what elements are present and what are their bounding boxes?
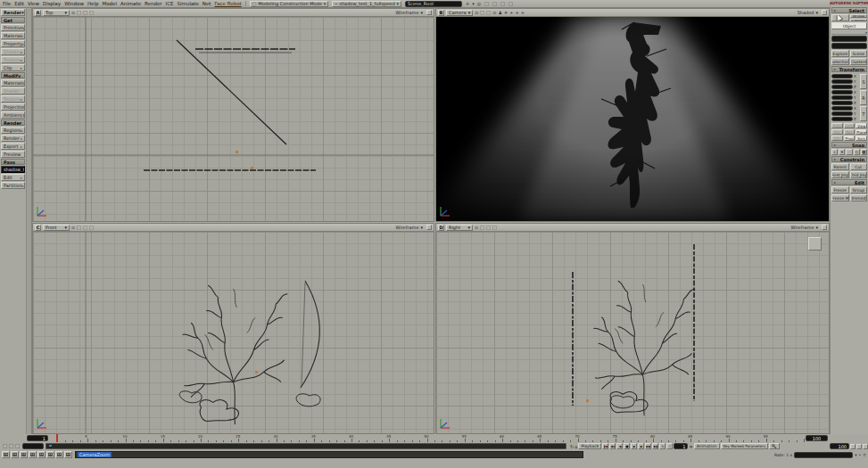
- transform-mode-r-button[interactable]: R: [860, 90, 867, 105]
- viewport-tool-icon[interactable]: [89, 226, 94, 230]
- walk-icon[interactable]: ♟: [499, 10, 502, 15]
- timeline-range-slider[interactable]: [45, 443, 566, 449]
- transform-local-button[interactable]: Local: [844, 123, 856, 128]
- viewport-b-display-dropdown[interactable]: Shaded ▾: [796, 10, 820, 16]
- viewport-tool-icon[interactable]: [492, 226, 497, 230]
- help-icon[interactable]: ◎: [477, 1, 481, 6]
- timeline-playhead[interactable]: [56, 434, 58, 442]
- eye-icon[interactable]: ⊙: [71, 225, 75, 230]
- timeline-option-button[interactable]: [863, 444, 868, 449]
- viewport-d-resize-button[interactable]: [822, 225, 827, 230]
- viewport-b-canvas[interactable]: [436, 17, 829, 221]
- scene-button[interactable]: Scene: [850, 50, 868, 57]
- viewport-tool-icon[interactable]: [486, 11, 491, 15]
- viewport-c-view-dropdown[interactable]: Front ▾: [43, 225, 70, 231]
- snapshot-icon[interactable]: [15, 444, 20, 448]
- toolbar-item-primitive[interactable]: Primitive▸: [1, 24, 25, 31]
- transform-ref-button[interactable]: Ref: [844, 129, 856, 135]
- layout-quad[interactable]: [2, 451, 10, 458]
- menu-animate[interactable]: Animate: [120, 1, 141, 6]
- snap-toggle[interactable]: ⌖: [831, 149, 838, 155]
- tx-value-field[interactable]: [831, 106, 853, 111]
- layout-three-left[interactable]: [46, 451, 54, 458]
- viewport-c-canvas[interactable]: [33, 232, 434, 433]
- selection-field-2[interactable]: [831, 43, 867, 49]
- mute-icon[interactable]: [3, 444, 7, 448]
- toolbar-item-materials[interactable]: Materials: [1, 79, 25, 86]
- prev-frame[interactable]: ◀: [616, 443, 623, 449]
- toolbar-item-render[interactable]: Render▸: [1, 135, 25, 142]
- transform-global-button[interactable]: Global: [831, 123, 843, 128]
- keying-panel-field[interactable]: [794, 452, 853, 458]
- transform-ctr-button[interactable]: Ctr: [831, 135, 843, 141]
- viewport-d-letter-button[interactable]: D: [438, 225, 444, 231]
- viewport-mini-button[interactable]: [808, 237, 822, 250]
- viewport-a-canvas[interactable]: [33, 17, 434, 221]
- sz-value-field[interactable]: [831, 85, 853, 89]
- viewport-c-letter-button[interactable]: C: [35, 225, 41, 231]
- toolbar-item-partition[interactable]: Partition▸: [1, 182, 25, 189]
- edit-freeze-m-button[interactable]: Freeze M: [831, 194, 849, 201]
- frame-field[interactable]: [22, 443, 44, 449]
- layout-custom[interactable]: [64, 451, 72, 458]
- sy-value-field[interactable]: [831, 79, 853, 84]
- viewport-a-letter-button[interactable]: A: [35, 10, 41, 16]
- animation-menu-button[interactable]: Animation: [694, 443, 720, 449]
- filter-scroll[interactable]: ▾: [831, 30, 867, 35]
- audio[interactable]: ♪: [666, 443, 673, 449]
- viewport-tool-icon[interactable]: [480, 11, 484, 15]
- viewport-c-resize-button[interactable]: [426, 225, 432, 230]
- toolbar-item-clip[interactable]: Clip▸: [1, 64, 25, 71]
- current-frame-field[interactable]: 1: [674, 443, 688, 449]
- toolbar-item-shader[interactable]: Shader▸: [1, 48, 25, 55]
- command-status-bar[interactable]: CameraZoom: [75, 451, 583, 458]
- viewport-b-resize-button[interactable]: [822, 10, 827, 15]
- constrain-section-header[interactable]: ▸ Constrain: [831, 156, 867, 162]
- toolbar-item-export[interactable]: Export▸: [1, 143, 25, 150]
- menu-net[interactable]: Net: [203, 1, 211, 6]
- selection-display-field[interactable]: Scene_Root: [405, 1, 462, 7]
- menu-window[interactable]: Window: [64, 1, 84, 6]
- viewport-tool-icon[interactable]: [486, 226, 491, 230]
- menubar-ghost-button[interactable]: [500, 2, 505, 6]
- orbit-icon[interactable]: +: [515, 10, 518, 15]
- home-icon[interactable]: ⌂: [575, 444, 577, 449]
- rx-value-field[interactable]: [831, 90, 853, 94]
- transform-mode-t-button[interactable]: T: [860, 106, 867, 121]
- viewport-tool-icon[interactable]: [480, 226, 484, 230]
- center-button[interactable]: Center: [850, 19, 867, 22]
- transform-view-button[interactable]: View: [856, 123, 867, 128]
- menu-simulate[interactable]: Simulate: [178, 1, 199, 6]
- viewport-tool-icon[interactable]: [77, 11, 81, 15]
- pan-icon[interactable]: +: [509, 10, 513, 15]
- eye-icon[interactable]: ⊙: [475, 225, 478, 230]
- viewport-b-letter-button[interactable]: B: [438, 10, 444, 16]
- autokey-icon[interactable]: •: [859, 453, 862, 457]
- viewport-d-view-dropdown[interactable]: Right ▾: [446, 225, 473, 231]
- toolbar-item-edit[interactable]: Edit▸: [1, 174, 25, 181]
- menu-edit[interactable]: Edit: [14, 1, 24, 6]
- key-options-icon[interactable]: ≡: [863, 453, 866, 457]
- snap-midpoint[interactable]: ◇: [854, 149, 860, 155]
- transform-prop-button[interactable]: Prop: [844, 135, 856, 141]
- zoom-icon[interactable]: +: [521, 10, 525, 15]
- ry-value-field[interactable]: [831, 95, 853, 100]
- layout-three-top[interactable]: [37, 451, 45, 458]
- toolbar-selector[interactable]: Render ▾: [1, 9, 25, 16]
- toolbar-item-shader[interactable]: Shader: [1, 87, 25, 94]
- edit--immed--button[interactable]: (Immed): [850, 194, 868, 201]
- loop-icon[interactable]: ↻: [570, 444, 574, 449]
- viewport-a-resize-button[interactable]: [426, 10, 432, 15]
- timeline-option-button[interactable]: [850, 444, 856, 449]
- snap-section-header[interactable]: ▸ Snap: [831, 142, 867, 148]
- timeline-end-field[interactable]: 100: [806, 435, 828, 441]
- constrain-cut-button[interactable]: Cut: [850, 163, 868, 170]
- sx-value-field[interactable]: [831, 74, 853, 78]
- chevron-down-icon[interactable]: ▾: [855, 453, 856, 457]
- viewport-c-display-dropdown[interactable]: Wireframe ▾: [393, 225, 425, 231]
- playback-menu-button[interactable]: Playback: [578, 443, 601, 449]
- toolbar-item-shadow-test-1[interactable]: shadow_test_1▾: [1, 166, 25, 173]
- snap-menu[interactable]: ▾: [839, 149, 845, 155]
- toolbar-item-regions[interactable]: Regions▸: [1, 127, 25, 134]
- viewport-a-view-dropdown[interactable]: Top ▾: [43, 10, 70, 16]
